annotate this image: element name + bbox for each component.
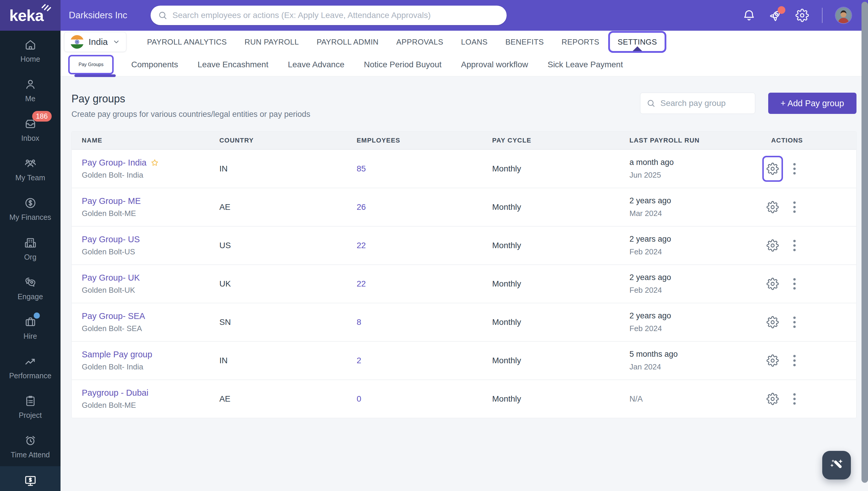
pay-cycle-cell: Monthly: [492, 241, 629, 250]
india-flag-icon: [70, 35, 84, 49]
inbox-badge: 186: [32, 111, 52, 121]
scrollbar-thumb[interactable]: [862, 2, 868, 483]
sidebar-item-time-attend[interactable]: Time Attend: [0, 427, 60, 466]
legal-entity-label: Golden Bolt-US: [82, 247, 219, 256]
tab-settings[interactable]: SETTINGS: [608, 31, 666, 53]
country-selector-label: India: [89, 37, 108, 47]
user-avatar[interactable]: [836, 7, 851, 23]
add-pay-group-button[interactable]: + Add Pay group: [768, 93, 857, 114]
sidebar-item-my-finances[interactable]: My Finances: [0, 189, 60, 229]
country-cell: SN: [219, 318, 357, 327]
search-icon: [646, 98, 656, 108]
legal-entity-label: Golden Bolt-UK: [82, 286, 219, 295]
brand-spark-icon: [40, 1, 52, 11]
pay-group-name-link[interactable]: Paygroup - Dubai: [82, 388, 148, 398]
last-run-relative: 2 years ago: [629, 196, 762, 205]
tab-run-payroll[interactable]: RUN PAYROLL: [235, 31, 308, 53]
star-icon[interactable]: [150, 158, 160, 168]
subtab-leave-encashment[interactable]: Leave Encashment: [188, 60, 278, 69]
sidebar-item-inbox[interactable]: 186 Inbox: [0, 110, 60, 149]
country-cell: AE: [219, 202, 357, 212]
sidebar-item-my-team[interactable]: My Team: [0, 150, 60, 189]
tab-payroll-admin[interactable]: PAYROLL ADMIN: [308, 31, 387, 53]
tab-benefits[interactable]: BENEFITS: [497, 31, 553, 53]
tab-reports[interactable]: REPORTS: [553, 31, 608, 53]
sidebar-item-hire[interactable]: Hire: [0, 308, 60, 347]
pay-group-name-link[interactable]: Sample Pay group: [82, 350, 152, 359]
pay-group-name-link[interactable]: Pay Group- SEA: [82, 311, 145, 321]
tab-loans[interactable]: LOANS: [452, 31, 496, 53]
tab-payroll-analytics[interactable]: PAYROLL ANALYTICS: [138, 31, 235, 53]
rocket-icon[interactable]: [769, 8, 782, 22]
bell-icon[interactable]: [742, 8, 756, 22]
user-icon: [23, 77, 37, 91]
row-settings-gear-icon[interactable]: [766, 163, 779, 175]
row-more-actions-kebab-icon[interactable]: [790, 236, 799, 255]
pay-cycle-cell: Monthly: [492, 394, 629, 404]
sidebar-item-payroll[interactable]: [0, 466, 60, 491]
country-cell: IN: [219, 164, 357, 173]
row-more-actions-kebab-icon[interactable]: [790, 390, 799, 408]
sidebar-item-me[interactable]: Me: [0, 70, 60, 110]
sidebar-item-label: Project: [19, 411, 42, 420]
row-settings-gear-icon[interactable]: [766, 239, 779, 252]
page-title: Pay groups: [72, 93, 310, 105]
active-tab-caret: [633, 46, 642, 51]
subtab-components[interactable]: Components: [121, 60, 188, 69]
row-settings-gear-icon[interactable]: [766, 393, 779, 405]
row-settings-gear-icon[interactable]: [766, 201, 779, 213]
sidebar-item-performance[interactable]: Performance: [0, 348, 60, 387]
keka-logo: keka: [0, 0, 60, 31]
pay-cycle-cell: Monthly: [492, 318, 629, 327]
subtab-notice-period-buyout[interactable]: Notice Period Buyout: [354, 60, 451, 69]
last-run-date: Feb 2024: [629, 286, 762, 295]
subtab-pay-groups[interactable]: Pay Groups: [68, 55, 114, 74]
sidebar-item-project[interactable]: Project: [0, 387, 60, 427]
sidebar-item-home[interactable]: Home: [0, 31, 60, 70]
topbar-divider: [822, 8, 822, 23]
employees-count-link[interactable]: 26: [357, 202, 366, 211]
sidebar-item-label: Performance: [9, 372, 51, 380]
row-more-actions-kebab-icon[interactable]: [790, 313, 799, 331]
gear-icon[interactable]: [795, 8, 809, 22]
employees-count-link[interactable]: 0: [357, 394, 361, 403]
employees-count-link[interactable]: 22: [357, 241, 366, 250]
employees-count-link[interactable]: 8: [357, 318, 361, 327]
row-more-actions-kebab-icon[interactable]: [790, 275, 799, 293]
global-search-input[interactable]: [172, 11, 500, 20]
sidebar-item-org[interactable]: Org: [0, 229, 60, 268]
column-header-last-payroll-run: LAST PAYROLL RUN: [629, 137, 762, 144]
column-header-employees: EMPLOYEES: [357, 137, 492, 144]
sidebar-item-label: Home: [20, 55, 40, 63]
pay-group-name-link[interactable]: Pay Group- UK: [82, 273, 140, 283]
chevron-down-icon: [112, 38, 120, 46]
global-search[interactable]: [150, 6, 507, 25]
subtab-leave-advance[interactable]: Leave Advance: [278, 60, 354, 69]
employees-count-link[interactable]: 85: [357, 164, 366, 173]
employees-count-link[interactable]: 2: [357, 356, 361, 365]
row-more-actions-kebab-icon[interactable]: [790, 351, 799, 370]
row-settings-gear-icon[interactable]: [766, 354, 779, 367]
sidebar-item-engage[interactable]: Engage: [0, 268, 60, 308]
row-more-actions-kebab-icon[interactable]: [790, 198, 799, 216]
row-settings-gear-icon[interactable]: [766, 316, 779, 328]
module-nav: India PAYROLL ANALYTICS RUN PAYROLL PAYR…: [60, 31, 868, 53]
settings-subnav: Pay Groups Components Leave Encashment L…: [60, 53, 868, 76]
magic-wand-fab[interactable]: [822, 451, 851, 480]
pay-group-search-input[interactable]: [661, 98, 767, 108]
subtab-approval-workflow[interactable]: Approval workflow: [451, 60, 538, 69]
country-selector[interactable]: India: [64, 32, 127, 52]
pay-group-name-link[interactable]: Pay Group- US: [82, 235, 140, 244]
tab-approvals[interactable]: APPROVALS: [387, 31, 452, 53]
column-header-pay-cycle: PAY CYCLE: [492, 137, 629, 144]
subtab-sick-leave-payment[interactable]: Sick Leave Payment: [538, 60, 633, 69]
sidebar-item-label: Me: [25, 94, 35, 103]
pay-group-name-link[interactable]: Pay Group- India: [82, 158, 146, 168]
pay-group-search[interactable]: [640, 93, 755, 114]
pay-group-name-link[interactable]: Pay Group- ME: [82, 196, 141, 206]
last-run-date: Mar 2024: [629, 209, 762, 218]
employees-count-link[interactable]: 22: [357, 279, 366, 288]
row-more-actions-kebab-icon[interactable]: [790, 160, 799, 178]
row-settings-gear-icon[interactable]: [766, 278, 779, 290]
table-row: Pay Group- SEA Golden Bolt- SEA SN 8 Mon…: [72, 303, 856, 341]
